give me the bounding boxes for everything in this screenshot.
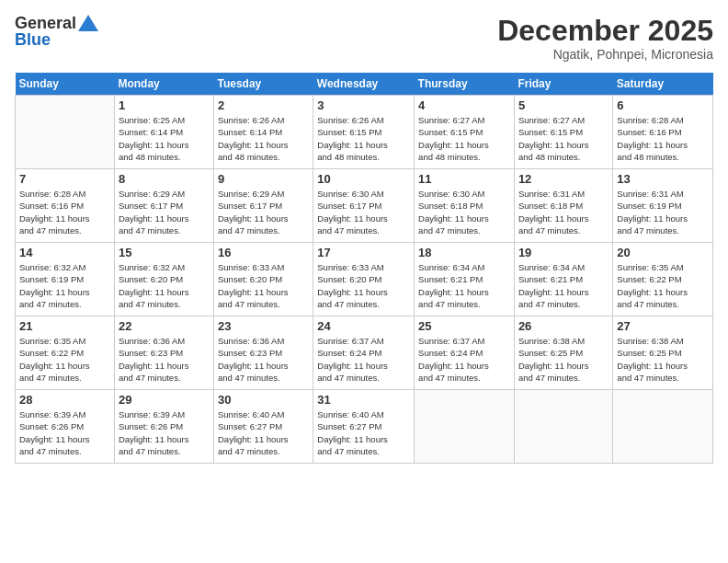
logo-blue: Blue (15, 31, 51, 50)
day-number: 1 (119, 98, 210, 112)
day-number: 26 (518, 319, 609, 333)
col-tuesday: Tuesday (214, 73, 313, 96)
location-subtitle: Ngatik, Pohnpei, Micronesia (497, 47, 713, 62)
col-monday: Monday (114, 73, 213, 96)
calendar-cell: 15Sunrise: 6:32 AMSunset: 6:20 PMDayligh… (114, 243, 213, 316)
day-info: Sunrise: 6:34 AMSunset: 6:21 PMDaylight:… (518, 261, 609, 310)
calendar-cell: 7Sunrise: 6:28 AMSunset: 6:16 PMDaylight… (16, 169, 115, 243)
calendar-cell: 4Sunrise: 6:27 AMSunset: 6:15 PMDaylight… (415, 96, 515, 169)
day-info: Sunrise: 6:39 AMSunset: 6:26 PMDaylight:… (119, 408, 210, 457)
col-thursday: Thursday (415, 73, 515, 96)
day-number: 15 (119, 246, 210, 259)
calendar-cell: 8Sunrise: 6:29 AMSunset: 6:17 PMDaylight… (114, 169, 213, 243)
day-number: 17 (317, 246, 410, 259)
col-saturday: Saturday (613, 73, 713, 96)
calendar-cell: 24Sunrise: 6:37 AMSunset: 6:24 PMDayligh… (313, 316, 415, 390)
calendar-cell: 20Sunrise: 6:35 AMSunset: 6:22 PMDayligh… (613, 243, 713, 316)
week-row-5: 28Sunrise: 6:39 AMSunset: 6:26 PMDayligh… (16, 390, 713, 464)
logo: General Blue (15, 15, 98, 50)
logo-icon (78, 15, 98, 31)
calendar-cell: 2Sunrise: 6:26 AMSunset: 6:14 PMDaylight… (214, 96, 313, 169)
calendar-cell: 25Sunrise: 6:37 AMSunset: 6:24 PMDayligh… (415, 316, 515, 390)
day-info: Sunrise: 6:36 AMSunset: 6:23 PMDaylight:… (119, 335, 210, 384)
calendar-cell: 17Sunrise: 6:33 AMSunset: 6:20 PMDayligh… (313, 243, 415, 316)
day-number: 9 (218, 172, 309, 186)
day-number: 4 (418, 98, 510, 112)
header: General Blue December 2025 Ngatik, Pohnp… (15, 15, 713, 62)
day-info: Sunrise: 6:34 AMSunset: 6:21 PMDaylight:… (418, 261, 510, 310)
week-row-1: 1Sunrise: 6:25 AMSunset: 6:14 PMDaylight… (16, 96, 713, 169)
day-info: Sunrise: 6:28 AMSunset: 6:16 PMDaylight:… (617, 114, 709, 163)
day-number: 2 (218, 98, 309, 112)
day-number: 5 (518, 98, 609, 112)
month-title: December 2025 (497, 15, 713, 47)
page-container: General Blue December 2025 Ngatik, Pohnp… (0, 0, 728, 563)
calendar-cell: 27Sunrise: 6:38 AMSunset: 6:25 PMDayligh… (613, 316, 713, 390)
col-friday: Friday (514, 73, 612, 96)
calendar-cell: 29Sunrise: 6:39 AMSunset: 6:26 PMDayligh… (114, 390, 213, 464)
day-number: 29 (119, 393, 210, 407)
day-number: 25 (418, 319, 510, 333)
day-number: 3 (317, 98, 410, 112)
day-number: 30 (218, 393, 309, 407)
day-number: 18 (418, 246, 510, 259)
day-number: 11 (418, 172, 510, 186)
calendar-cell (613, 390, 713, 464)
day-info: Sunrise: 6:38 AMSunset: 6:25 PMDaylight:… (617, 335, 709, 384)
calendar-cell: 26Sunrise: 6:38 AMSunset: 6:25 PMDayligh… (514, 316, 612, 390)
calendar-table: Sunday Monday Tuesday Wednesday Thursday… (15, 73, 713, 464)
day-number: 13 (617, 172, 709, 186)
day-number: 8 (119, 172, 210, 186)
day-info: Sunrise: 6:35 AMSunset: 6:22 PMDaylight:… (617, 261, 709, 310)
day-info: Sunrise: 6:37 AMSunset: 6:24 PMDaylight:… (418, 335, 510, 384)
calendar-cell: 16Sunrise: 6:33 AMSunset: 6:20 PMDayligh… (214, 243, 313, 316)
day-info: Sunrise: 6:25 AMSunset: 6:14 PMDaylight:… (119, 114, 210, 163)
day-number: 12 (518, 172, 609, 186)
day-info: Sunrise: 6:26 AMSunset: 6:15 PMDaylight:… (317, 114, 410, 163)
calendar-cell: 1Sunrise: 6:25 AMSunset: 6:14 PMDaylight… (114, 96, 213, 169)
day-number: 22 (119, 319, 210, 333)
calendar-cell (415, 390, 515, 464)
day-info: Sunrise: 6:32 AMSunset: 6:20 PMDaylight:… (119, 261, 210, 310)
day-number: 28 (19, 393, 110, 407)
day-info: Sunrise: 6:39 AMSunset: 6:26 PMDaylight:… (19, 408, 110, 457)
day-info: Sunrise: 6:31 AMSunset: 6:19 PMDaylight:… (617, 188, 709, 236)
calendar-cell: 30Sunrise: 6:40 AMSunset: 6:27 PMDayligh… (214, 390, 313, 464)
day-info: Sunrise: 6:30 AMSunset: 6:17 PMDaylight:… (317, 188, 410, 236)
day-number: 19 (518, 246, 609, 259)
day-info: Sunrise: 6:29 AMSunset: 6:17 PMDaylight:… (218, 188, 309, 236)
day-number: 10 (317, 172, 410, 186)
day-info: Sunrise: 6:40 AMSunset: 6:27 PMDaylight:… (317, 408, 410, 457)
day-number: 20 (617, 246, 709, 259)
calendar-cell: 31Sunrise: 6:40 AMSunset: 6:27 PMDayligh… (313, 390, 415, 464)
day-number: 14 (19, 246, 110, 259)
calendar-cell: 22Sunrise: 6:36 AMSunset: 6:23 PMDayligh… (114, 316, 213, 390)
col-sunday: Sunday (16, 73, 115, 96)
week-row-3: 14Sunrise: 6:32 AMSunset: 6:19 PMDayligh… (16, 243, 713, 316)
day-info: Sunrise: 6:29 AMSunset: 6:17 PMDaylight:… (119, 188, 210, 236)
day-number: 21 (19, 319, 110, 333)
day-number: 16 (218, 246, 309, 259)
day-info: Sunrise: 6:26 AMSunset: 6:14 PMDaylight:… (218, 114, 309, 163)
calendar-cell: 18Sunrise: 6:34 AMSunset: 6:21 PMDayligh… (415, 243, 515, 316)
calendar-cell: 23Sunrise: 6:36 AMSunset: 6:23 PMDayligh… (214, 316, 313, 390)
day-info: Sunrise: 6:38 AMSunset: 6:25 PMDaylight:… (518, 335, 609, 384)
day-number: 6 (617, 98, 709, 112)
calendar-cell: 11Sunrise: 6:30 AMSunset: 6:18 PMDayligh… (415, 169, 515, 243)
calendar-cell: 6Sunrise: 6:28 AMSunset: 6:16 PMDaylight… (613, 96, 713, 169)
title-area: December 2025 Ngatik, Pohnpei, Micronesi… (497, 15, 713, 62)
day-info: Sunrise: 6:33 AMSunset: 6:20 PMDaylight:… (218, 261, 309, 310)
calendar-cell: 21Sunrise: 6:35 AMSunset: 6:22 PMDayligh… (16, 316, 115, 390)
calendar-cell: 14Sunrise: 6:32 AMSunset: 6:19 PMDayligh… (16, 243, 115, 316)
week-row-4: 21Sunrise: 6:35 AMSunset: 6:22 PMDayligh… (16, 316, 713, 390)
calendar-cell: 13Sunrise: 6:31 AMSunset: 6:19 PMDayligh… (613, 169, 713, 243)
calendar-cell: 5Sunrise: 6:27 AMSunset: 6:15 PMDaylight… (514, 96, 612, 169)
day-info: Sunrise: 6:32 AMSunset: 6:19 PMDaylight:… (19, 261, 110, 310)
day-info: Sunrise: 6:37 AMSunset: 6:24 PMDaylight:… (317, 335, 410, 384)
col-wednesday: Wednesday (313, 73, 415, 96)
day-info: Sunrise: 6:30 AMSunset: 6:18 PMDaylight:… (418, 188, 510, 236)
day-info: Sunrise: 6:33 AMSunset: 6:20 PMDaylight:… (317, 261, 410, 310)
day-info: Sunrise: 6:27 AMSunset: 6:15 PMDaylight:… (518, 114, 609, 163)
calendar-cell: 9Sunrise: 6:29 AMSunset: 6:17 PMDaylight… (214, 169, 313, 243)
day-info: Sunrise: 6:35 AMSunset: 6:22 PMDaylight:… (19, 335, 110, 384)
